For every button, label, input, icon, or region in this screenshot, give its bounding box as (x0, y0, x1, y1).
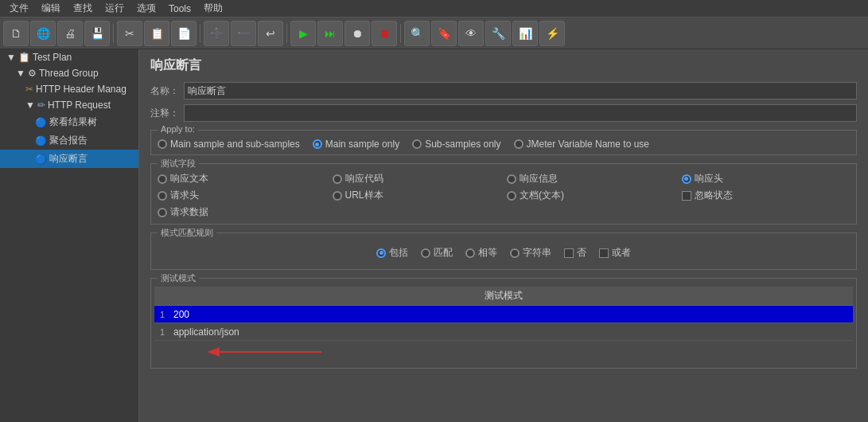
field-request-header[interactable]: 请求头 (158, 189, 326, 202)
remote-button[interactable]: ⚡ (539, 21, 565, 46)
separator3 (286, 24, 287, 43)
field-response-code[interactable]: 响应代码 (333, 172, 501, 186)
toolbar: 🗋 🌐 🖨 💾 ✂ 📋 📄 ➕ ➖ ↩ ▶ ⏭ ⏺ ⏹ 🔍 🔖 👁 🔧 📊 ⚡ (0, 18, 868, 49)
apply-main-only[interactable]: Main sample only (313, 139, 399, 150)
chart-button[interactable]: 📊 (512, 21, 538, 46)
pattern-include[interactable]: 包括 (376, 246, 408, 260)
search-button[interactable]: 🔍 (404, 21, 430, 46)
pattern-match-label: 匹配 (434, 246, 453, 260)
bookmark-button[interactable]: 🔖 (431, 21, 457, 46)
radio-request-data (158, 208, 167, 217)
radio-equal (465, 248, 475, 258)
field-response-text[interactable]: 响应文本 (158, 172, 326, 186)
sidebar-item-threadgroup[interactable]: ▼ ⚙ Thread Group (0, 65, 138, 81)
pattern-not[interactable]: 否 (564, 246, 586, 260)
test-mode-content: 测试模式 1 200 1 application/json (151, 279, 856, 368)
new-button[interactable]: 🗋 (3, 21, 29, 46)
aggregate-icon: 🔵 (35, 135, 47, 147)
field-response-header-label: 响应头 (695, 172, 723, 186)
cut-button[interactable]: ✂ (117, 21, 142, 46)
record-button[interactable]: ⏺ (344, 21, 370, 46)
sidebar-item-httprequest[interactable]: ▼ ✏ HTTP Request (0, 97, 138, 113)
field-response-info[interactable]: 响应信息 (507, 172, 675, 186)
menu-options[interactable]: 选项 (130, 0, 162, 17)
separator2 (200, 24, 200, 43)
testplan-icon: 📋 (18, 52, 30, 63)
radio-main-only-circle (313, 139, 322, 149)
field-request-data-label: 请求数据 (170, 205, 208, 219)
save-button[interactable]: 💾 (84, 21, 110, 46)
field-doc-text[interactable]: 文档(文本) (507, 189, 675, 202)
sidebar-item-aggregate[interactable]: 🔵 聚合报告 (0, 131, 138, 150)
sidebar-item-httpheader[interactable]: ✂ HTTP Header Manag (0, 81, 138, 97)
copy-button[interactable]: 📋 (144, 21, 169, 46)
settings-button[interactable]: 🔧 (485, 21, 511, 46)
apply-sub-only[interactable]: Sub-samples only (412, 139, 500, 150)
start-button[interactable]: ▶ (290, 21, 316, 46)
pattern-row: 包括 匹配 相等 字符串 (158, 241, 850, 264)
pattern-match[interactable]: 匹配 (421, 246, 453, 260)
apply-to-legend: Apply to: (158, 124, 198, 134)
print-button[interactable]: 🖨 (57, 21, 83, 46)
undo-button[interactable]: ↩ (258, 21, 283, 46)
pattern-or-label: 或者 (612, 246, 631, 260)
apply-sub-only-label: Sub-samples only (425, 139, 500, 150)
field-response-info-label: 响应信息 (520, 172, 558, 186)
expand-icon2: ▼ (16, 68, 25, 79)
pattern-or[interactable]: 或者 (599, 246, 631, 260)
checkbox-ignore-status (682, 191, 691, 201)
sidebar-item-label: HTTP Header Manag (36, 84, 127, 95)
test-fields-section: 测试字段 响应文本 响应代码 响应信息 (150, 163, 857, 225)
pattern-string[interactable]: 字符串 (510, 246, 551, 260)
table-row-num: 1 (154, 310, 170, 319)
apply-jmeter-var[interactable]: JMeter Variable Name to use (514, 139, 650, 150)
assertion-icon: 🔵 (35, 154, 47, 165)
table-row-val: application/json (170, 326, 853, 338)
field-url-sample[interactable]: URL样本 (333, 189, 501, 202)
templates-button[interactable]: 🌐 (30, 21, 56, 46)
table-row[interactable]: 1 200 (154, 306, 853, 323)
field-ignore-status[interactable]: 忽略状态 (682, 189, 850, 202)
apply-to-content: Main sample and sub-samples Main sample … (151, 131, 856, 154)
httpheader-icon: ✂ (25, 84, 33, 95)
view-button[interactable]: 👁 (458, 21, 484, 46)
radio-url-sample (333, 191, 342, 201)
pattern-legend: 模式匹配规则 (158, 227, 216, 239)
menu-edit[interactable]: 编辑 (35, 0, 67, 17)
field-response-header[interactable]: 响应头 (682, 172, 850, 186)
name-input[interactable] (184, 82, 857, 100)
table-row-val: 200 (170, 309, 853, 320)
table-row[interactable]: 1 application/json (154, 323, 853, 341)
field-url-sample-label: URL样本 (345, 189, 383, 202)
apply-main-sub[interactable]: Main sample and sub-samples (158, 139, 300, 150)
menu-find[interactable]: 查找 (67, 0, 99, 17)
radio-match (421, 248, 430, 258)
field-request-data[interactable]: 请求数据 (158, 205, 326, 219)
pattern-section: 模式匹配规则 包括 匹配 相等 (150, 232, 857, 270)
radio-response-text (158, 174, 167, 184)
threadgroup-icon: ⚙ (28, 68, 37, 79)
menubar: 文件 编辑 查找 运行 选项 Tools 帮助 (0, 0, 868, 18)
sidebar-item-resulttree[interactable]: 🔵 察看结果树 (0, 113, 138, 131)
apply-main-only-label: Main sample only (325, 139, 399, 150)
start-nopause-button[interactable]: ⏭ (317, 21, 343, 46)
arrow-icon (194, 341, 353, 363)
radio-response-code (333, 174, 342, 184)
menu-help[interactable]: 帮助 (197, 0, 229, 17)
add-button[interactable]: ➕ (204, 21, 229, 46)
menu-tools[interactable]: Tools (162, 2, 197, 16)
arrow-annotation (154, 341, 853, 365)
pattern-equal[interactable]: 相等 (465, 246, 497, 260)
stop-button[interactable]: ⏹ (372, 21, 397, 46)
menu-file[interactable]: 文件 (3, 0, 35, 17)
main-layout: ▼ 📋 Test Plan ▼ ⚙ Thread Group ✂ HTTP He… (0, 49, 868, 422)
comment-input[interactable] (184, 104, 857, 122)
sidebar-item-assertion[interactable]: 🔵 响应断言 (0, 150, 138, 168)
remove-button[interactable]: ➖ (231, 21, 256, 46)
menu-run[interactable]: 运行 (99, 0, 130, 17)
apply-to-radio-group: Main sample and sub-samples Main sample … (158, 139, 850, 150)
separator (113, 24, 114, 43)
sidebar-item-testplan[interactable]: ▼ 📋 Test Plan (0, 49, 138, 65)
paste-button[interactable]: 📄 (171, 21, 197, 46)
test-fields-legend: 测试字段 (158, 158, 199, 170)
